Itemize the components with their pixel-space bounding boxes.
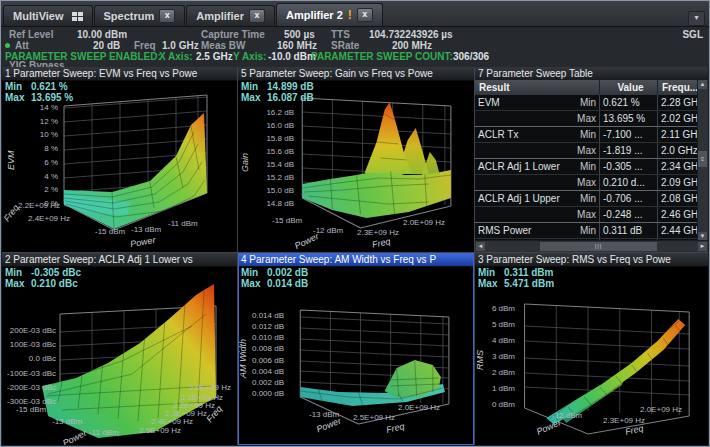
table-header[interactable]: Result Value Frequ...: [475, 80, 698, 95]
multiview-grid-icon: [72, 12, 83, 21]
att-status-dot: [5, 43, 10, 48]
freq-tick: 2.5E+09 Hz: [353, 413, 395, 422]
meas-bw-label: Meas BW: [201, 41, 245, 51]
tab-spectrum-label: Spectrum: [104, 10, 155, 22]
sweep-count-value: 306/306: [453, 52, 489, 62]
evm-axis-label: EVM: [6, 150, 16, 170]
tab-overflow-button[interactable]: ▾: [688, 11, 705, 26]
aclr-axis-ticks: 200E-03 dBc100E-03 dBc 0.0 dBc-100E-03 d…: [2, 326, 56, 406]
sweep-count-label: PARAMETER SWEEP COUNT:: [311, 52, 453, 62]
power-tick: -13 dBm: [52, 417, 82, 426]
att-value: 20 dB: [93, 41, 120, 51]
analyzer-window: MultiView Spectrum x Amplifier x Amplifi…: [0, 0, 710, 447]
tab-amplifier-2-label: Amplifier 2: [286, 9, 343, 21]
freq-tick: 2.4E+09 Hz: [28, 214, 70, 223]
chevron-down-icon: ▾: [694, 13, 698, 22]
panel-am-width-plot[interactable]: Min0.002 dB Max0.014 dB: [238, 266, 474, 445]
panel-table-title[interactable]: 7 Parameter Sweep Table: [475, 67, 708, 81]
power-tick: -15 dBm: [95, 227, 125, 236]
tab-amplifier-2[interactable]: Amplifier 2 ! x: [276, 3, 383, 26]
freq-value: 1.0 GHz: [162, 41, 199, 51]
tab-bar: MultiView Spectrum x Amplifier x Amplifi…: [1, 1, 709, 27]
freq-tick: 2.0E+09 Hz: [189, 383, 231, 392]
window-grid: 1 Parameter Sweep: EVM vs Freq vs Powe M…: [2, 67, 708, 445]
power-tick: -11 dBm: [89, 428, 119, 437]
scroll-up-icon[interactable]: ▲: [698, 80, 707, 89]
panel-gain-plot[interactable]: Min14.899 dB Max16.087 dB: [238, 80, 474, 252]
minmax-readout: Min-0.305 dBc Max0.210 dBc: [5, 267, 81, 289]
horizontal-scrollbar[interactable]: ◄ ||| ►: [475, 240, 708, 252]
scrollbar-handle[interactable]: ≡: [698, 151, 707, 167]
srate-value: 200 MHz: [392, 41, 432, 51]
table-row[interactable]: ACLR TxMin -7.100 ...2.11 GHz: [475, 126, 698, 142]
panel-evm-title[interactable]: 1 Parameter Sweep: EVM vs Freq vs Powe: [2, 67, 237, 81]
table-row[interactable]: Max -0.248 ...2.46 GHz: [475, 206, 698, 222]
panel-gain-title[interactable]: 5 Parameter Sweep: Gain vs Freq vs Powe: [238, 67, 474, 81]
freq-tick: 2.0E+09 Hz: [398, 403, 440, 412]
freq-tick: 2.0E+09 Hz: [640, 405, 682, 414]
scrollbar-handle[interactable]: |||: [540, 242, 657, 251]
minmax-readout: Min14.899 dB Max16.087 dB: [241, 81, 314, 103]
panel-aclr-plot[interactable]: Min-0.305 dBc Max0.210 dBc: [2, 266, 237, 445]
minmax-readout: Min0.002 dB Max0.014 dB: [241, 267, 308, 289]
freq-label: Freq: [134, 41, 156, 51]
warning-icon: !: [348, 8, 352, 22]
panel-rms[interactable]: 3 Parameter Sweep: RMS vs Freq vs Powe M…: [475, 253, 708, 445]
freq-tick: 2.0E+09 Hz: [403, 218, 445, 227]
freq-tick: 2.3E+09 Hz: [357, 228, 399, 237]
x-axis-value: 2.5 GHz: [196, 52, 233, 62]
panel-evm-plot[interactable]: Min0.621 % Max13.695 %: [2, 80, 237, 252]
channel-info-bar[interactable]: Ref Level 10.00 dBm Capture Time 500 µs …: [1, 27, 709, 69]
gain-axis-label: Gain: [240, 153, 250, 172]
ref-level-value: 10.00 dBm: [77, 30, 127, 40]
panel-aclr-title[interactable]: 2 Parameter Sweep: ACLR Adj 1 Lower vs: [2, 253, 237, 267]
tab-amplifier[interactable]: Amplifier x: [186, 5, 275, 26]
minmax-readout: Min0.621 % Max13.695 %: [5, 81, 73, 103]
scroll-left-icon[interactable]: ◄: [476, 242, 485, 251]
panel-sweep-table[interactable]: 7 Parameter Sweep Table Result Value Fre…: [475, 67, 708, 252]
capture-time-value: 500 µs: [284, 30, 315, 40]
col-value: Value: [600, 80, 658, 95]
rms-axis-label: RMS: [475, 350, 485, 370]
table-row[interactable]: RMS PowerMin 0.311 dB2.44 GHz: [475, 222, 698, 238]
freq-tick: 2.5E+09 Hz: [139, 426, 181, 435]
evm-axis-ticks: 14 %12 % 10 %8 % 6 %4 % 2 %0 %: [18, 103, 58, 208]
x-axis-label: X Axis:: [159, 52, 193, 62]
table-row[interactable]: Max 13.695 %2.02 GHz: [475, 110, 698, 126]
att-label: Att: [15, 41, 29, 51]
meas-bw-value: 160 MHz: [277, 41, 317, 51]
table-row[interactable]: ACLR Adj 1 LowerMin -0.305 ...2.34 GHz: [475, 158, 698, 174]
tts-value: 104.732243926 µs: [369, 30, 453, 40]
tab-amplifier-label: Amplifier: [196, 10, 244, 22]
minmax-readout: Min0.311 dBm Max5.471 dBm: [478, 267, 554, 289]
power-tick: -15 dBm: [272, 216, 302, 225]
col-result: Result: [475, 80, 600, 95]
power-tick: -13 dBm: [131, 225, 161, 234]
tab-multiview[interactable]: MultiView: [3, 5, 93, 26]
sweep-table: Result Value Frequ... EVMMin 0.621 %2.28…: [475, 80, 708, 252]
table-row[interactable]: Max 0.210 d...2.09 GHz: [475, 174, 698, 190]
tab-multiview-label: MultiView: [13, 10, 64, 22]
close-icon[interactable]: x: [249, 9, 265, 23]
scroll-right-icon[interactable]: ►: [698, 242, 707, 251]
panel-gain[interactable]: 5 Parameter Sweep: Gain vs Freq vs Powe …: [238, 67, 474, 252]
panel-am-width[interactable]: 4 Parameter Sweep: AM Width vs Freq vs P…: [238, 253, 474, 445]
panel-rms-plot[interactable]: Min0.311 dBm Max5.471 dBm: [475, 266, 708, 445]
power-tick: -15 dBm: [16, 405, 46, 414]
close-icon[interactable]: x: [159, 9, 175, 23]
capture-time-label: Capture Time: [201, 30, 265, 40]
panel-am-width-title[interactable]: 4 Parameter Sweep: AM Width vs Freq vs P: [238, 253, 474, 267]
panel-rms-title[interactable]: 3 Parameter Sweep: RMS vs Freq vs Powe: [475, 253, 708, 267]
table-row[interactable]: Max -1.819 ...2.0 GHz: [475, 142, 698, 158]
tts-label: TTS: [331, 30, 350, 40]
panel-evm[interactable]: 1 Parameter Sweep: EVM vs Freq vs Powe M…: [2, 67, 237, 252]
y-axis-value: -10.0 dBm: [268, 52, 316, 62]
panel-aclr[interactable]: 2 Parameter Sweep: ACLR Adj 1 Lower vs M…: [2, 253, 237, 445]
table-row[interactable]: EVMMin 0.621 %2.28 GHz: [475, 95, 698, 110]
gain-axis-ticks: 16.2 dB16.0 dB 15.8 dB15.6 dB 15.4 dB15.…: [250, 108, 294, 208]
tab-spectrum[interactable]: Spectrum x: [94, 5, 186, 26]
table-row[interactable]: ACLR Adj 1 UpperMin -0.706 ...2.08 GHz: [475, 190, 698, 206]
am-width-axis-label: AM Width: [238, 339, 248, 378]
vertical-scrollbar[interactable]: ▲ ≡ ▼: [697, 80, 708, 241]
close-icon[interactable]: x: [357, 8, 373, 22]
